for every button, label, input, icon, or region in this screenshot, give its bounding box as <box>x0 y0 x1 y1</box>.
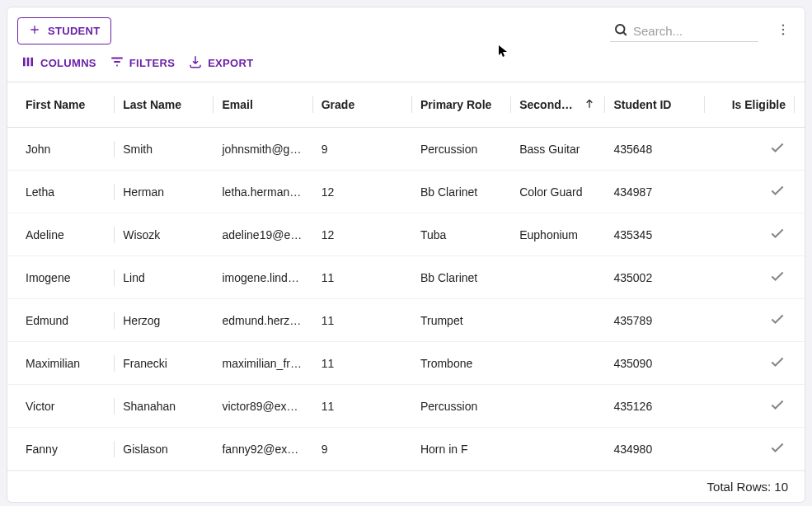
cell-first-name: Edmund <box>17 314 114 327</box>
check-icon <box>769 311 786 330</box>
table-row[interactable]: VictorShanahanvictor89@exa…11Percussion4… <box>7 385 805 428</box>
cell-student-id: 434987 <box>605 185 703 199</box>
cell-first-name: Adeline <box>17 228 114 241</box>
filter-icon <box>110 54 124 72</box>
sort-asc-icon <box>583 97 596 113</box>
more-menu-button[interactable] <box>772 20 795 43</box>
export-label: EXPORT <box>208 57 253 69</box>
cell-email: maximilian_fr… <box>214 357 312 370</box>
cell-grade: 11 <box>313 314 411 327</box>
cell-first-name: Imogene <box>17 271 114 284</box>
cell-is-eligible <box>705 439 794 458</box>
cell-last-name: Herman <box>115 185 213 199</box>
cell-primary-role: Trumpet <box>412 314 510 327</box>
table-row[interactable]: AdelineWisozkadeline19@ex…12TubaEuphoniu… <box>7 213 805 256</box>
cell-last-name: Smith <box>115 143 213 156</box>
col-header-secondary-role[interactable]: Secondary … <box>511 97 604 113</box>
cell-is-eligible <box>705 182 794 201</box>
export-button[interactable]: EXPORT <box>188 54 253 72</box>
check-icon <box>769 396 786 415</box>
svg-point-3 <box>782 33 784 35</box>
cell-last-name: Shanahan <box>115 400 213 413</box>
topbar: STUDENT <box>7 7 805 48</box>
cell-first-name: Maximilian <box>17 357 114 370</box>
cell-primary-role: Percussion <box>412 400 510 413</box>
cell-grade: 9 <box>313 443 411 456</box>
col-header-student-id[interactable]: Student ID <box>605 98 703 111</box>
cell-primary-role: Horn in F <box>412 443 510 456</box>
cell-grade: 11 <box>313 357 411 370</box>
cell-first-name: Fanny <box>17 443 114 456</box>
cell-last-name: Franecki <box>115 357 213 370</box>
check-icon <box>769 268 786 287</box>
table-header: First Name Last Name Email Grade Primary… <box>7 82 805 128</box>
cell-grade: 12 <box>313 228 411 241</box>
columns-label: COLUMNS <box>40 57 96 69</box>
check-icon <box>769 182 786 201</box>
col-header-primary-role[interactable]: Primary Role <box>412 98 510 111</box>
cell-first-name: Victor <box>17 400 114 413</box>
col-header-is-eligible[interactable]: Is Eligible <box>705 98 794 111</box>
cell-grade: 12 <box>313 185 411 199</box>
table-row[interactable]: ImogeneLindimogene.lind7…11Bb Clarinet43… <box>7 256 805 299</box>
cell-grade: 11 <box>313 271 411 284</box>
col-header-first-name[interactable]: First Name <box>17 98 114 111</box>
cell-primary-role: Trombone <box>412 357 510 370</box>
cell-student-id: 435789 <box>605 314 703 327</box>
cell-student-id: 435090 <box>605 357 703 370</box>
cell-last-name: Herzog <box>115 314 213 327</box>
cell-last-name: Gislason <box>115 443 213 456</box>
svg-point-1 <box>782 25 784 26</box>
grid-toolbar: COLUMNS FILTERS EXPORT <box>7 48 805 82</box>
more-vertical-icon <box>776 22 791 40</box>
svg-rect-6 <box>31 58 33 67</box>
check-icon <box>769 139 786 158</box>
svg-rect-5 <box>27 58 30 67</box>
add-student-button[interactable]: STUDENT <box>17 17 111 45</box>
search-input[interactable] <box>633 24 755 38</box>
download-icon <box>188 54 203 72</box>
cell-primary-role: Bb Clarinet <box>412 185 510 199</box>
plus-icon <box>28 23 41 39</box>
table-body: JohnSmithjohnsmith@g…9PercussionBass Gui… <box>7 128 805 471</box>
check-icon <box>769 225 786 244</box>
columns-button[interactable]: COLUMNS <box>21 54 96 72</box>
col-header-last-name[interactable]: Last Name <box>115 98 213 111</box>
add-student-label: STUDENT <box>48 25 101 37</box>
svg-point-2 <box>782 29 784 30</box>
cell-is-eligible <box>705 354 794 372</box>
table-row[interactable]: JohnSmithjohnsmith@g…9PercussionBass Gui… <box>7 128 805 171</box>
search-field-wrap[interactable] <box>610 21 758 42</box>
cell-last-name: Wisozk <box>115 228 213 241</box>
cell-grade: 9 <box>313 143 411 156</box>
search-icon <box>613 22 628 40</box>
cell-student-id: 435126 <box>605 400 703 413</box>
table-row[interactable]: MaximilianFraneckimaximilian_fr…11Trombo… <box>7 342 805 385</box>
table-row[interactable]: FannyGislasonfanny92@exa…9Horn in F43498… <box>7 428 805 471</box>
table-row[interactable]: EdmundHerzogedmund.herz…11Trumpet435789 <box>7 299 805 342</box>
col-header-grade[interactable]: Grade <box>313 98 411 111</box>
total-rows-label: Total Rows: 10 <box>707 480 788 494</box>
cell-is-eligible <box>705 139 794 158</box>
cell-is-eligible <box>705 268 794 287</box>
table-row[interactable]: LethaHermanletha.herman…12Bb ClarinetCol… <box>7 171 805 213</box>
check-icon <box>769 439 786 458</box>
cell-grade: 11 <box>313 400 411 413</box>
cell-student-id: 435345 <box>605 228 703 241</box>
cell-email: adeline19@ex… <box>214 228 312 241</box>
filters-label: FILTERS <box>129 57 175 69</box>
columns-icon <box>21 54 35 72</box>
filters-button[interactable]: FILTERS <box>110 54 175 72</box>
cell-primary-role: Percussion <box>412 143 510 156</box>
cell-student-id: 434980 <box>605 443 703 456</box>
svg-point-0 <box>616 25 625 34</box>
cell-secondary-role: Color Guard <box>511 185 604 199</box>
cell-student-id: 435002 <box>605 271 703 284</box>
cell-is-eligible <box>705 311 794 330</box>
col-header-email[interactable]: Email <box>214 98 312 111</box>
cell-primary-role: Tuba <box>412 228 510 241</box>
cell-secondary-role: Bass Guitar <box>511 143 604 156</box>
check-icon <box>769 354 786 372</box>
cell-email: imogene.lind7… <box>214 271 312 284</box>
cell-first-name: Letha <box>17 185 114 199</box>
